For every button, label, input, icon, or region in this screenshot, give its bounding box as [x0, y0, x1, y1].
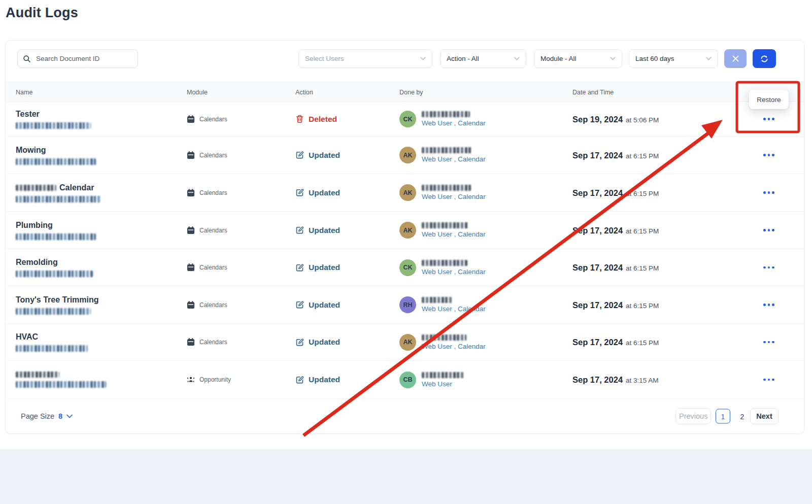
restore-label: Restore [757, 96, 781, 104]
row-actions-button[interactable] [760, 337, 777, 348]
action-label: Deleted [309, 115, 337, 124]
module-cell: Calendars [187, 286, 227, 323]
avatar: AK [399, 184, 416, 201]
name-cell: Remolding [16, 249, 93, 286]
row-actions-button[interactable] [760, 374, 777, 385]
table-row: Calendar Calendars Updated AK Web User ,… [6, 174, 804, 212]
doneby-cell: CK Web User , Calendar [399, 102, 486, 136]
time-text: at 6:15 PM [626, 339, 659, 347]
row-actions-button[interactable] [760, 225, 777, 236]
table-footer: Page Size 8 Previous 1 2 Next [6, 398, 804, 433]
row-actions-button[interactable] [760, 187, 777, 198]
doneby-link[interactable]: Web User , Calendar [422, 268, 486, 276]
column-header-name: Name [16, 82, 32, 103]
page-1-button[interactable]: 1 [716, 409, 730, 424]
chevron-down-icon [514, 57, 520, 60]
name-cell: HVAC [16, 324, 88, 360]
date-text: Sep 19, 2024 [572, 114, 623, 124]
edit-icon [295, 338, 304, 347]
clear-filters-button[interactable] [724, 49, 747, 68]
doneby-link[interactable]: Web User [422, 380, 464, 388]
avatar: CB [399, 372, 416, 388]
doneby-link[interactable]: Web User , Calendar [422, 305, 486, 313]
date-cell: Sep 17, 2024 at 6:15 PM [572, 300, 659, 310]
date-text: Sep 17, 2024 [572, 188, 623, 197]
doneby-link[interactable]: Web User , Calendar [422, 343, 486, 350]
avatar: RH [399, 296, 416, 313]
module-label: Calendars [199, 152, 227, 159]
search-input[interactable] [35, 54, 132, 63]
row-actions-button[interactable] [760, 114, 777, 125]
previous-page-button[interactable]: Previous [675, 408, 711, 424]
redacted-document-id [16, 345, 88, 352]
action-cell: Updated [295, 212, 340, 249]
opportunity-icon [187, 376, 195, 384]
row-actions-button[interactable] [760, 299, 777, 311]
redacted-user-name [422, 222, 468, 228]
time-text: at 3:15 AM [626, 377, 659, 384]
action-cell: Updated [295, 137, 340, 174]
audit-logs-card: Select Users Action - All Module - All L… [5, 40, 804, 434]
action-filter[interactable]: Action - All [440, 49, 526, 68]
column-header-doneby: Done by [399, 82, 423, 103]
date-cell: Sep 19, 2024 at 5:06 PM [572, 114, 659, 124]
avatar: AK [399, 147, 416, 163]
action-label: Updated [309, 300, 340, 310]
avatar: CK [399, 111, 416, 127]
users-filter[interactable]: Select Users [298, 49, 432, 68]
action-cell: Updated [295, 324, 340, 360]
row-actions-button[interactable] [760, 262, 777, 273]
doneby-cell: CK Web User , Calendar [399, 249, 486, 286]
time-text: at 6:15 PM [626, 301, 659, 309]
module-cell: Calendars [187, 212, 227, 249]
edit-icon [295, 263, 304, 272]
module-filter-value: Module - All [540, 55, 577, 62]
date-text: Sep 17, 2024 [572, 300, 623, 310]
table-row: Mowing Calendars Updated AK Web User , C… [6, 137, 804, 174]
calendar-icon [187, 301, 195, 309]
action-cell: Updated [295, 174, 340, 211]
module-cell: Calendars [187, 174, 227, 211]
chevron-down-icon [610, 57, 616, 60]
date-range-filter[interactable]: Last 60 days [629, 49, 718, 68]
action-label: Updated [309, 188, 340, 197]
record-name: Tester [16, 110, 40, 119]
redacted-user-name [422, 372, 464, 378]
doneby-link[interactable]: Web User , Calendar [422, 119, 486, 127]
redacted-document-id [16, 271, 93, 277]
doneby-link[interactable]: Web User , Calendar [422, 155, 486, 163]
date-text: Sep 17, 2024 [572, 225, 623, 235]
time-text: at 6:15 PM [626, 189, 659, 197]
page-2-button[interactable]: 2 [735, 409, 750, 424]
module-label: Opportunity [199, 376, 231, 383]
doneby-link[interactable]: Web User , Calendar [422, 193, 486, 200]
module-filter[interactable]: Module - All [534, 49, 622, 68]
doneby-link[interactable]: Web User , Calendar [422, 230, 486, 238]
restore-menu-item[interactable]: Restore [749, 90, 789, 109]
row-actions-button[interactable] [760, 150, 777, 161]
users-filter-placeholder: Select Users [305, 55, 344, 62]
redacted-name-prefix [16, 185, 56, 191]
page-size-control[interactable]: Page Size 8 [21, 412, 73, 420]
next-page-button[interactable]: Next [750, 408, 779, 424]
action-cell: Updated [295, 249, 340, 286]
action-label: Updated [309, 151, 340, 160]
edit-icon [295, 376, 304, 384]
module-cell: Opportunity [187, 361, 231, 398]
refresh-button[interactable] [753, 49, 776, 68]
doneby-cell: AK Web User , Calendar [399, 174, 486, 211]
doneby-cell: AK Web User , Calendar [399, 324, 486, 360]
table-row: HVAC Calendars Updated AK Web User , Cal… [6, 324, 804, 361]
page-title: Audit Logs [6, 5, 78, 21]
x-icon [732, 55, 739, 62]
redacted-user-name [422, 185, 471, 191]
chevron-down-icon [66, 414, 73, 418]
record-name: Tony's Tree Trimming [16, 295, 99, 305]
date-text: Sep 17, 2024 [572, 263, 623, 273]
record-name: Remolding [16, 258, 58, 267]
avatar: CK [399, 259, 416, 276]
action-cell: Updated [295, 361, 340, 398]
name-cell: Tony's Tree Trimming [16, 286, 99, 323]
edit-icon [295, 226, 304, 234]
date-text: Sep 17, 2024 [572, 150, 623, 160]
